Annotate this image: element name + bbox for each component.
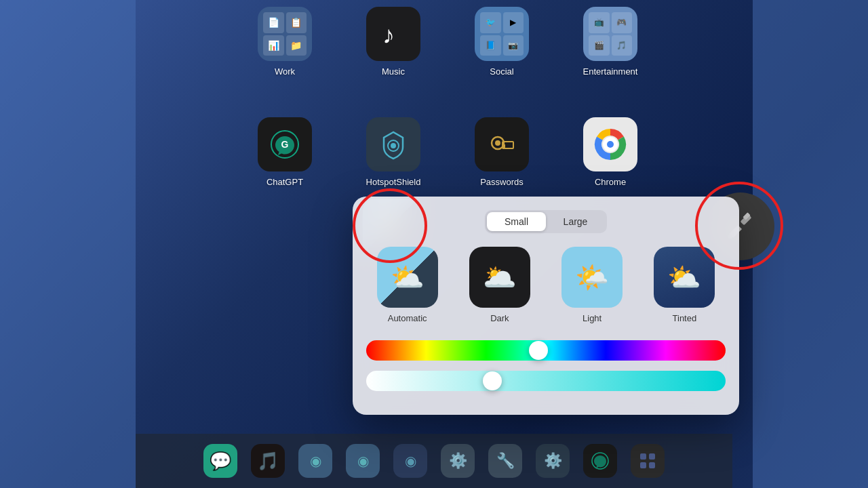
tinted-weather-icon: ⛅ [667,262,701,293]
theme-options: ⛅ Automatic 🌥️ Dark 🌤️ [366,247,726,323]
hue-slider[interactable] [366,340,726,361]
svg-point-4 [391,143,396,148]
dock-d3[interactable]: ◉ [298,444,332,478]
tinted-label: Tinted [673,313,697,323]
app-icon-social[interactable]: 🐦 ▶ 📘 📷 Social [468,7,536,77]
svg-rect-28 [640,462,646,468]
theme-automatic[interactable]: ⛅ Automatic [366,247,448,323]
svg-point-8 [495,140,500,146]
music-icon: ♪ [366,7,420,61]
theme-light[interactable]: 🌤️ Light [551,247,633,323]
ent-mini-1: 📺 [589,12,610,33]
hotspot-label: HotspotShield [366,177,421,187]
dock-settings3[interactable]: ⚙️ [536,444,570,478]
svg-rect-26 [640,453,646,460]
app-icon-passwords[interactable]: Passwords [468,117,536,187]
widgetkit-icon [637,450,658,472]
svg-rect-7 [502,144,505,148]
sat-thumb[interactable] [483,371,502,390]
d3-icon: ◉ [310,453,321,469]
size-toggle: Small Large [485,210,607,233]
folder-mini-1: 📄 [263,12,284,33]
work-label: Work [275,66,295,77]
entertainment-label: Entertainment [583,66,638,77]
ent-mini-4: 🎵 [612,35,633,56]
spotify-icon: 🎵 [257,451,279,472]
size-large-button[interactable]: Large [546,212,605,231]
dark-label: Dark [490,313,509,323]
dock-messages[interactable]: 💬 [203,444,237,478]
passwords-label: Passwords [480,177,524,187]
social-mini-3: 📘 [480,35,501,56]
svg-rect-27 [649,453,655,460]
hotspot-icon [366,117,420,171]
chatgpt-icon: G [258,117,312,171]
app-icon-chrome[interactable]: Chrome [576,117,644,187]
svg-point-12 [607,141,614,148]
work-icon: 📄 📋 📊 📁 [258,7,312,61]
chatgpt-logo: G [267,127,302,162]
sat-slider-container [366,371,726,391]
app-icon-work[interactable]: 📄 📋 📊 📁 Work [251,7,319,77]
passwords-logo [484,127,519,162]
passwords-icon [475,117,529,171]
ent-mini-2: 🎮 [612,12,633,33]
svg-rect-29 [649,462,655,468]
d5-icon: ◉ [405,453,416,469]
hotspot-logo [376,127,411,162]
tool-icon: 🔧 [496,452,515,470]
app-icon-entertainment[interactable]: 📺 🎮 🎬 🎵 Entertainment [576,7,644,77]
hue-slider-container [366,340,726,361]
dock-spotify[interactable]: 🎵 [251,444,285,478]
dock: 💬 🎵 ◉ ◉ ◉ ⚙️ 🔧 ⚙️ [136,434,732,488]
automatic-weather-icon: ⛅ [391,262,425,293]
app-icon-music[interactable]: ♪ Music [359,7,427,77]
svg-text:G: G [281,139,289,150]
gear-icon: ⚙️ [449,452,467,470]
settings-icon: ⚙️ [544,452,562,470]
chrome-label: Chrome [595,177,626,187]
size-small-button[interactable]: Small [487,212,546,231]
ent-mini-3: 🎬 [589,35,610,56]
chatgpt-dock-icon [589,450,611,472]
app-icon-chatgpt[interactable]: G ChatGPT [251,117,319,187]
popup-panel: Small Large ⛅ Automatic 🌥️ [353,197,739,415]
folder-mini-4: 📁 [286,35,307,56]
dark-weather-icon: 🌥️ [483,262,517,293]
light-label: Light [583,313,601,323]
social-icon: 🐦 ▶ 📘 📷 [475,7,529,61]
music-label: Music [382,66,405,77]
dock-d4[interactable]: ◉ [346,444,380,478]
dark-icon-wrap: 🌥️ [469,247,530,308]
chatgpt-label: ChatGPT [267,177,303,187]
app-icon-hotspot[interactable]: HotspotShield [359,117,427,187]
dock-settings2[interactable]: 🔧 [488,444,522,478]
social-mini-2: ▶ [503,12,524,33]
sat-slider[interactable] [366,371,726,391]
d4-icon: ◉ [357,453,369,469]
folder-mini-3: 📊 [263,35,284,56]
messages-icon: 💬 [210,451,231,472]
theme-dark[interactable]: 🌥️ Dark [458,247,540,323]
app-grid: 📄 📋 📊 📁 Work ♪ Music 🐦 ▶ [251,7,644,187]
chrome-icon [583,117,637,171]
theme-tinted[interactable]: ⛅ Tinted [644,247,726,323]
dock-d5[interactable]: ◉ [393,444,427,478]
automatic-icon-wrap: ⛅ [377,247,438,308]
hue-thumb[interactable] [529,341,548,360]
social-label: Social [490,66,513,77]
desktop-area: 📄 📋 📊 📁 Work ♪ Music 🐦 ▶ [136,0,732,488]
folder-mini-2: 📋 [286,12,307,33]
social-mini-4: 📷 [503,35,524,56]
side-panel-left [0,0,136,488]
chrome-logo [593,127,628,162]
dock-widgetkit[interactable] [631,444,665,478]
light-weather-icon: 🌤️ [575,262,609,293]
entertainment-icon: 📺 🎮 🎬 🎵 [583,7,637,61]
music-note-icon: ♪ [377,18,410,50]
tinted-icon-wrap: ⛅ [654,247,715,308]
social-mini-1: 🐦 [480,12,501,33]
dock-settings1[interactable]: ⚙️ [441,444,475,478]
svg-text:♪: ♪ [382,21,395,49]
dock-chatgpt[interactable] [583,444,617,478]
